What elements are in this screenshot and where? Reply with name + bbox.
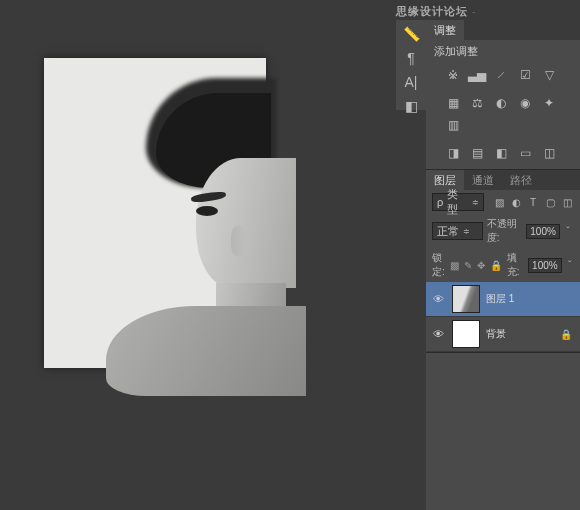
tab-paths[interactable]: 路径 bbox=[502, 170, 540, 190]
pixel-filter-icon[interactable]: ▧ bbox=[492, 195, 506, 209]
blend-mode-dropdown[interactable]: 正常≑ bbox=[432, 222, 483, 240]
chevron-down-icon[interactable]: ˇ bbox=[564, 258, 576, 272]
lock-transparent-icon[interactable]: ▩ bbox=[450, 258, 459, 272]
document bbox=[44, 58, 266, 368]
canvas-area[interactable] bbox=[0, 0, 395, 510]
smart-filter-icon[interactable]: ◫ bbox=[560, 195, 574, 209]
type-filter-icon[interactable]: T bbox=[526, 195, 540, 209]
paragraph-icon[interactable]: ¶ bbox=[401, 50, 421, 66]
brightness-icon[interactable]: ※ bbox=[444, 67, 462, 83]
balance-icon[interactable]: ⚖ bbox=[468, 95, 486, 111]
lock-brush-icon[interactable]: ✎ bbox=[464, 258, 472, 272]
tool-options-strip: 📏 ¶ A| ◧ bbox=[396, 20, 426, 110]
hue-icon[interactable]: ▦ bbox=[444, 95, 462, 111]
visibility-icon[interactable]: 👁 bbox=[430, 326, 446, 342]
selective-icon[interactable]: ◫ bbox=[540, 145, 558, 161]
vibrance-icon[interactable]: ▽ bbox=[540, 67, 558, 83]
filter-type-dropdown[interactable]: ρ类型≑ bbox=[432, 193, 484, 211]
add-adjustment-label: 添加调整 bbox=[426, 40, 580, 63]
tab-adjustments[interactable]: 调整 bbox=[426, 20, 464, 40]
portrait-image bbox=[116, 58, 266, 368]
fill-input[interactable]: 100% bbox=[528, 258, 562, 273]
visibility-icon[interactable]: 👁 bbox=[430, 291, 446, 307]
layer-thumbnail[interactable] bbox=[452, 285, 480, 313]
opacity-label: 不透明度: bbox=[487, 217, 524, 245]
levels-icon[interactable]: ▃▅ bbox=[468, 67, 486, 83]
shape-filter-icon[interactable]: ▢ bbox=[543, 195, 557, 209]
layer-name[interactable]: 图层 1 bbox=[486, 292, 514, 306]
lock-move-icon[interactable]: ✥ bbox=[477, 258, 485, 272]
lock-icon: 🔒 bbox=[560, 329, 572, 340]
type-icon[interactable]: A| bbox=[401, 74, 421, 90]
swatch-icon[interactable]: ◧ bbox=[401, 98, 421, 114]
gradient-map-icon[interactable]: ▭ bbox=[516, 145, 534, 161]
bw-icon[interactable]: ◐ bbox=[492, 95, 510, 111]
lock-all-icon[interactable]: 🔒 bbox=[490, 258, 502, 272]
adjust-filter-icon[interactable]: ◐ bbox=[509, 195, 523, 209]
layers-panel: 图层 通道 路径 ρ类型≑ ▧ ◐ T ▢ ◫ 正常≑ 不透明度: 100% bbox=[426, 170, 580, 353]
layer-list: 👁 图层 1 👁 背景 🔒 bbox=[426, 282, 580, 352]
lut-icon[interactable]: ▥ bbox=[444, 117, 462, 133]
layer-item[interactable]: 👁 图层 1 bbox=[426, 282, 580, 317]
ruler-icon[interactable]: 📏 bbox=[401, 26, 421, 42]
posterize-icon[interactable]: ▤ bbox=[468, 145, 486, 161]
lock-label: 锁定: bbox=[432, 251, 445, 279]
exposure-icon[interactable]: ☑ bbox=[516, 67, 534, 83]
adjustments-panel: 调整 添加调整 ※ ▃▅ ⟋ ☑ ▽ ▦ ⚖ ◐ ◉ ✦ ▥ ◨ ▤ ◧ ▭ ◫ bbox=[426, 20, 580, 170]
layer-thumbnail[interactable] bbox=[452, 320, 480, 348]
invert-icon[interactable]: ◨ bbox=[444, 145, 462, 161]
layer-name[interactable]: 背景 bbox=[486, 327, 506, 341]
right-panel: 调整 添加调整 ※ ▃▅ ⟋ ☑ ▽ ▦ ⚖ ◐ ◉ ✦ ▥ ◨ ▤ ◧ ▭ ◫… bbox=[426, 20, 580, 510]
opacity-input[interactable]: 100% bbox=[526, 224, 560, 239]
layer-item[interactable]: 👁 背景 🔒 bbox=[426, 317, 580, 352]
tab-channels[interactable]: 通道 bbox=[464, 170, 502, 190]
threshold-icon[interactable]: ◧ bbox=[492, 145, 510, 161]
fill-label: 填充: bbox=[507, 251, 526, 279]
curves-icon[interactable]: ⟋ bbox=[492, 67, 510, 83]
chevron-down-icon[interactable]: ˇ bbox=[562, 224, 574, 238]
photo-filter-icon[interactable]: ◉ bbox=[516, 95, 534, 111]
mixer-icon[interactable]: ✦ bbox=[540, 95, 558, 111]
